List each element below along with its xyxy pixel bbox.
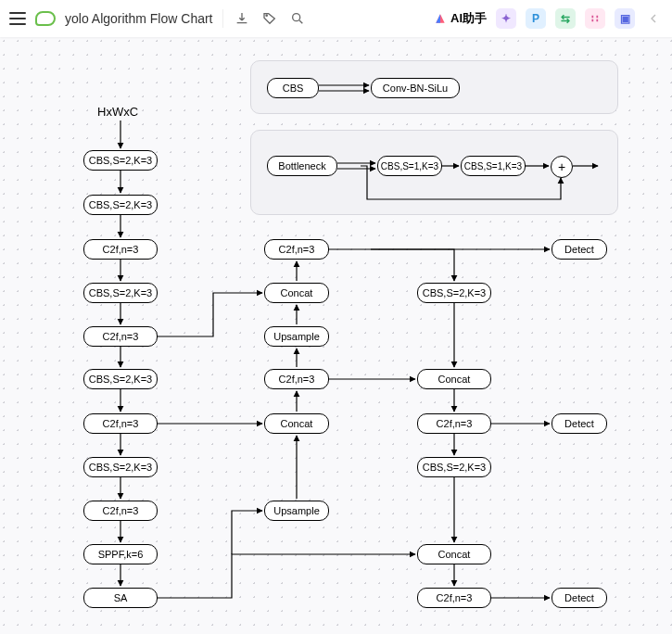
header: yolo Algorithm Flow Chart AI助手 ✦ P ⇆ ∷ ▣ (0, 0, 672, 37)
download-icon[interactable] (233, 9, 251, 28)
svg-point-0 (266, 15, 267, 16)
tool-button-2[interactable]: P (526, 8, 546, 29)
svg-point-1 (292, 14, 299, 21)
doc-title: yolo Algorithm Flow Chart (65, 11, 213, 26)
ai-label: AI助手 (450, 10, 487, 27)
search-icon[interactable] (288, 9, 307, 28)
chevron-left-icon[interactable] (644, 9, 663, 28)
menu-icon[interactable] (9, 12, 26, 25)
tool-button-3[interactable]: ⇆ (555, 8, 576, 29)
ai-assistant-button[interactable]: AI助手 (434, 10, 487, 27)
cloud-icon (35, 11, 56, 26)
tool-button-4[interactable]: ∷ (585, 8, 605, 29)
diagram-canvas[interactable]: CBS Conv-BN-SiLu Bottleneck CBS,S=1,K=3 … (0, 37, 672, 634)
tool-button-1[interactable]: ✦ (496, 8, 516, 29)
tool-button-5[interactable]: ▣ (615, 8, 635, 29)
separator (222, 9, 223, 28)
tag-icon[interactable] (260, 9, 279, 28)
connectors (0, 37, 672, 634)
